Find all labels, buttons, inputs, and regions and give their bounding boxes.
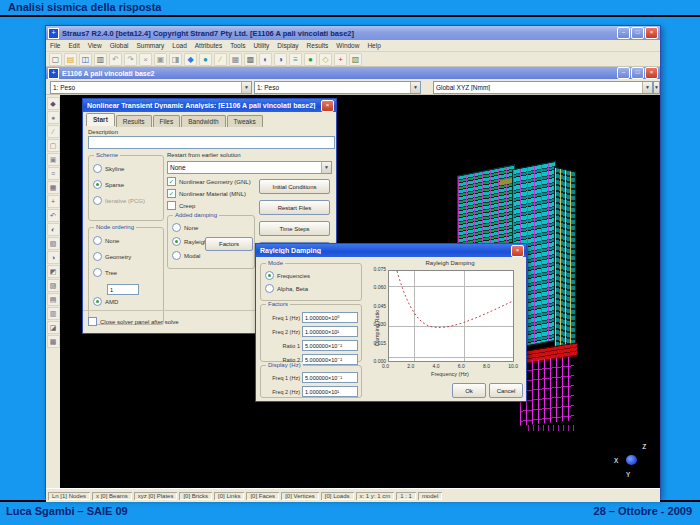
mdi-close-button[interactable]: ×: [645, 67, 658, 79]
ordering-radio[interactable]: Geometry: [93, 252, 159, 261]
menu-item[interactable]: Utility: [253, 42, 269, 49]
entity-display-icon[interactable]: ▧: [349, 53, 362, 66]
solver-side-button[interactable]: Time Steps: [259, 221, 330, 236]
menu-item[interactable]: Tools: [230, 42, 245, 49]
solver-tab[interactable]: Start: [86, 113, 115, 126]
menu-item[interactable]: File: [50, 42, 60, 49]
mode-radio[interactable]: Frequencies: [265, 271, 357, 280]
new-file-icon[interactable]: ▢: [49, 53, 62, 66]
view-angle-icon[interactable]: ◇: [319, 53, 332, 66]
results-icon[interactable]: ▩: [47, 335, 60, 348]
coord-system-combo[interactable]: Global XYZ [Nmm] ▼: [433, 81, 653, 94]
undo-icon[interactable]: ↶: [109, 53, 122, 66]
ordering-radio[interactable]: None: [93, 236, 159, 245]
rotate-view-icon[interactable]: ●: [304, 53, 317, 66]
beam-tool-icon[interactable]: ∕: [47, 125, 60, 138]
menu-item[interactable]: Window: [336, 42, 359, 49]
damping-radio[interactable]: None: [172, 223, 250, 232]
solver-side-button[interactable]: Initial Conditions: [259, 179, 330, 194]
maximize-button[interactable]: □: [631, 27, 644, 39]
snap-grid-icon[interactable]: ▩: [244, 53, 257, 66]
zoom-out-icon[interactable]: ◑: [274, 53, 287, 66]
menu-item[interactable]: Summary: [136, 42, 164, 49]
nonlinearity-checkbox[interactable]: ✓ Nonlinear Geometry (GNL): [167, 177, 251, 186]
damping-radio[interactable]: Modal: [172, 251, 250, 260]
chevron-down-icon[interactable]: ▼: [410, 82, 420, 93]
factor-value-field[interactable]: 1.000000×10⁰: [302, 312, 358, 323]
copy-icon[interactable]: ▣: [154, 53, 167, 66]
contour-icon[interactable]: ◪: [47, 321, 60, 334]
tree-level-field[interactable]: 1: [107, 284, 139, 295]
redo-icon[interactable]: ↷: [124, 53, 137, 66]
scheme-radio[interactable]: Iterative (PCG): [93, 196, 159, 205]
group-icon[interactable]: ▨: [47, 279, 60, 292]
mdi-minimize-button[interactable]: –: [617, 67, 630, 79]
rayleigh-factors-button[interactable]: Factors: [205, 237, 253, 251]
close-icon[interactable]: ×: [321, 100, 334, 112]
restart-combo[interactable]: None ▼: [167, 161, 332, 174]
pan-icon[interactable]: +: [47, 195, 60, 208]
link-tool-icon[interactable]: ≡: [47, 167, 60, 180]
solver-tab[interactable]: Tweaks: [227, 115, 263, 127]
close-button[interactable]: ×: [645, 27, 658, 39]
solver-tab[interactable]: Bandwidth: [181, 115, 225, 127]
chevron-down-icon[interactable]: ▼: [321, 162, 331, 173]
factor-value-field[interactable]: 5.000000×10⁻²: [302, 354, 358, 365]
ordering-radio[interactable]: AMD: [93, 297, 159, 306]
menu-item[interactable]: Display: [277, 42, 298, 49]
hide-icon[interactable]: ◑: [47, 251, 60, 264]
zoom-in-icon[interactable]: ◐: [259, 53, 272, 66]
measure-icon[interactable]: ∕: [214, 53, 227, 66]
display-value-field[interactable]: 1.000000×10¹: [302, 386, 358, 397]
paste-icon[interactable]: ◨: [169, 53, 182, 66]
ok-button[interactable]: Ok: [452, 383, 486, 398]
zoom-box-icon[interactable]: ▦: [47, 181, 60, 194]
open-file-icon[interactable]: ▤: [64, 53, 77, 66]
load-case-combo[interactable]: 1: Peso ▼: [50, 81, 252, 94]
solver-tab[interactable]: Results: [116, 115, 152, 127]
mode-radio[interactable]: Alpha, Beta: [265, 284, 357, 293]
result-case-combo[interactable]: 1: Peso ▼: [254, 81, 421, 94]
combo-row-overflow-button[interactable]: ▼: [653, 81, 660, 94]
chevron-down-icon[interactable]: ▼: [642, 82, 652, 93]
close-after-solve-checkbox[interactable]: Close solver panel after solve: [88, 317, 179, 326]
cancel-button[interactable]: Cancel: [489, 383, 523, 398]
show-icon[interactable]: ◩: [47, 265, 60, 278]
description-input[interactable]: [88, 136, 335, 149]
rotate-icon[interactable]: ↶: [47, 209, 60, 222]
close-icon[interactable]: ×: [511, 245, 524, 257]
plate-tool-icon[interactable]: ▢: [47, 139, 60, 152]
menu-item[interactable]: Edit: [68, 42, 79, 49]
factor-value-field[interactable]: 1.000000×10¹: [302, 326, 358, 337]
brick-tool-icon[interactable]: ▣: [47, 153, 60, 166]
print-icon[interactable]: ▥: [94, 53, 107, 66]
solver-tab[interactable]: Files: [153, 115, 181, 127]
grid-icon[interactable]: ▦: [229, 53, 242, 66]
wireframe-icon[interactable]: ▧: [47, 237, 60, 250]
nonlinearity-checkbox[interactable]: Creep: [167, 201, 251, 210]
display-value-field[interactable]: 5.000000×10⁻¹: [302, 372, 358, 383]
menu-item[interactable]: View: [88, 42, 102, 49]
mdi-maximize-button[interactable]: □: [631, 67, 644, 79]
save-icon[interactable]: ◫: [79, 53, 92, 66]
nonlinearity-checkbox[interactable]: ✓ Nonlinear Material (MNL): [167, 189, 251, 198]
scheme-radio[interactable]: Skyline: [93, 164, 159, 173]
scheme-radio[interactable]: Sparse: [93, 180, 159, 189]
menu-item[interactable]: Global: [110, 42, 129, 49]
ordering-radio[interactable]: Tree: [93, 268, 159, 277]
chevron-down-icon[interactable]: ▼: [654, 82, 659, 93]
select-icon[interactable]: ◆: [47, 97, 60, 110]
globe-icon[interactable]: ●: [199, 53, 212, 66]
layers-icon[interactable]: ▤: [47, 293, 60, 306]
attributes-icon[interactable]: ▥: [47, 307, 60, 320]
chevron-down-icon[interactable]: ▼: [241, 82, 251, 93]
menu-item[interactable]: Results: [307, 42, 329, 49]
shade-icon[interactable]: ◐: [47, 223, 60, 236]
cut-icon[interactable]: ×: [139, 53, 152, 66]
axes-icon[interactable]: +: [334, 53, 347, 66]
menu-item[interactable]: Load: [172, 42, 186, 49]
scale-icon[interactable]: ≡: [289, 53, 302, 66]
menu-item[interactable]: Attributes: [195, 42, 222, 49]
minimize-button[interactable]: –: [617, 27, 630, 39]
factor-value-field[interactable]: 5.000000×10⁻²: [302, 340, 358, 351]
